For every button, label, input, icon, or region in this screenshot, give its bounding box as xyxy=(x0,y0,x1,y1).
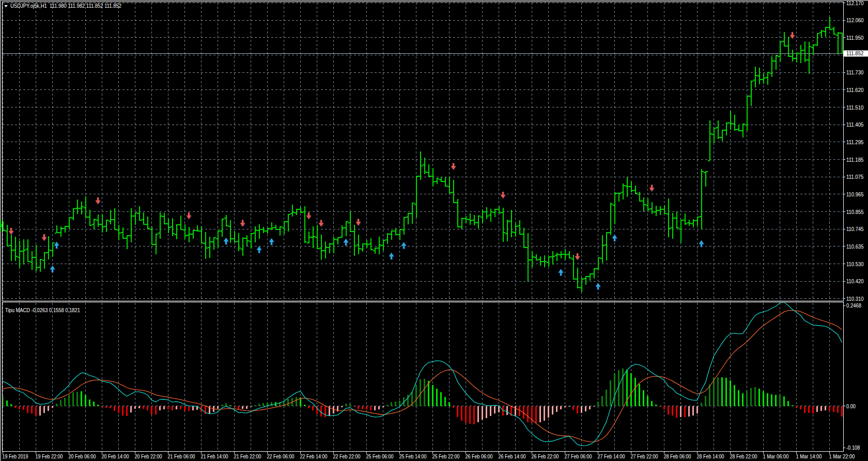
svg-text:111.075: 111.075 xyxy=(846,174,864,180)
svg-text:20 Feb 14:00: 20 Feb 14:00 xyxy=(102,453,129,459)
svg-text:28 Feb 06:00: 28 Feb 06:00 xyxy=(664,453,691,459)
svg-text:19 Feb 22:00: 19 Feb 22:00 xyxy=(36,453,63,459)
svg-text:21 Feb 22:00: 21 Feb 22:00 xyxy=(234,453,261,459)
svg-text:1 Mar 06:00: 1 Mar 06:00 xyxy=(763,453,789,459)
svg-text:0.00: 0.00 xyxy=(846,403,856,409)
svg-text:0.2468: 0.2468 xyxy=(846,302,861,309)
svg-text:110.855: 110.855 xyxy=(846,209,864,215)
svg-text:111.510: 111.510 xyxy=(846,104,864,111)
svg-text:111.620: 111.620 xyxy=(846,87,864,93)
svg-text:110.965: 110.965 xyxy=(846,191,864,197)
svg-text:20 Feb 22:00: 20 Feb 22:00 xyxy=(135,453,162,459)
svg-text:27 Feb 22:00: 27 Feb 22:00 xyxy=(631,453,658,459)
svg-text:111.295: 111.295 xyxy=(846,139,864,145)
svg-text:25 Feb 06:00: 25 Feb 06:00 xyxy=(366,453,394,459)
svg-text:20 Feb 06:00: 20 Feb 06:00 xyxy=(69,453,96,459)
svg-text:110.310: 110.310 xyxy=(846,296,864,302)
svg-text:112.060: 112.060 xyxy=(846,17,864,23)
svg-text:21 Feb 14:00: 21 Feb 14:00 xyxy=(201,453,228,459)
svg-text:22 Feb 06:00: 22 Feb 06:00 xyxy=(267,453,295,459)
svg-text:25 Feb 14:00: 25 Feb 14:00 xyxy=(399,453,427,459)
svg-text:21 Feb 06:00: 21 Feb 06:00 xyxy=(168,453,195,459)
svg-text:112.170: 112.170 xyxy=(846,0,864,6)
svg-text:1 Mar 14:00: 1 Mar 14:00 xyxy=(796,453,822,459)
svg-text:110.420: 110.420 xyxy=(846,278,864,284)
svg-text:22 Feb 22:00: 22 Feb 22:00 xyxy=(333,453,361,459)
svg-text:111.185: 111.185 xyxy=(846,157,864,163)
svg-text:111.852: 111.852 xyxy=(846,50,864,56)
svg-text:28 Feb 22:00: 28 Feb 22:00 xyxy=(730,453,757,459)
svg-text:110.635: 110.635 xyxy=(846,243,864,250)
svg-text:26 Feb 14:00: 26 Feb 14:00 xyxy=(499,453,526,459)
svg-text:22 Feb 14:00: 22 Feb 14:00 xyxy=(300,453,328,459)
svg-text:110.745: 110.745 xyxy=(846,226,864,232)
svg-text:Tipu MACD -0.0263 0.1558 0.182: Tipu MACD -0.0263 0.1558 0.1821 xyxy=(5,307,80,313)
svg-text:19 Feb 2019: 19 Feb 2019 xyxy=(3,453,28,459)
svg-text:111.405: 111.405 xyxy=(846,121,864,128)
svg-text:1 Mar 22:00: 1 Mar 22:00 xyxy=(829,453,855,459)
svg-text:111.730: 111.730 xyxy=(846,69,864,75)
svg-text:28 Feb 14:00: 28 Feb 14:00 xyxy=(697,453,724,459)
svg-text:-0.108: -0.108 xyxy=(846,444,860,451)
svg-text:27 Feb 14:00: 27 Feb 14:00 xyxy=(598,453,625,459)
svg-text:26 Feb 22:00: 26 Feb 22:00 xyxy=(532,453,559,459)
svg-text:26 Feb 06:00: 26 Feb 06:00 xyxy=(466,453,493,459)
svg-text:27 Feb 06:00: 27 Feb 06:00 xyxy=(565,453,592,459)
svg-text:111.950: 111.950 xyxy=(846,35,864,41)
svg-text:110.530: 110.530 xyxy=(846,261,864,267)
svg-text:25 Feb 22:00: 25 Feb 22:00 xyxy=(432,453,460,459)
svg-text:USDJPY.oj5k,H1 111.980 111.98: USDJPY.oj5k,H1 111.980 111.982 111.852 1… xyxy=(10,3,121,9)
